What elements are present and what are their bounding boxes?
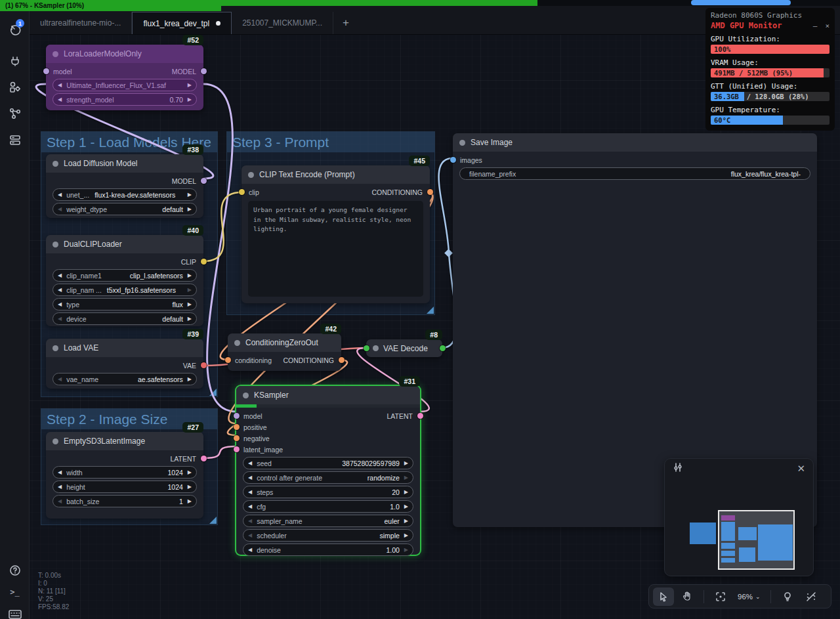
node-header[interactable]: KSampler: [236, 386, 420, 404]
collapse-dot[interactable]: [52, 438, 58, 444]
node-load-vae[interactable]: Load VAEVAE◀vae_nameae.safetensors▶: [46, 339, 203, 389]
widget-seed[interactable]: ◀seed387528029597989▶: [243, 457, 413, 469]
output-slot-MODEL[interactable]: [201, 178, 207, 184]
node-header[interactable]: DualCLIPLoader: [46, 235, 203, 253]
node-ksampler[interactable]: KSamplermodelLATENTpositivenegativelaten…: [236, 386, 420, 555]
new-workflow-tab-button[interactable]: +: [333, 12, 358, 34]
widget-decrement-arrow[interactable]: ◀: [58, 484, 62, 490]
output-slot-CONDITIONING[interactable]: [427, 189, 433, 195]
widget-increment-arrow[interactable]: ▶: [404, 503, 408, 509]
widget-decrement-arrow[interactable]: ◀: [58, 469, 62, 475]
collapse-dot[interactable]: [459, 140, 465, 146]
widget-increment-arrow[interactable]: ▶: [404, 460, 408, 466]
widget-increment-arrow[interactable]: ▶: [188, 82, 192, 88]
input-slot-conditioning[interactable]: [225, 357, 231, 363]
output-slot-LATENT[interactable]: [201, 456, 207, 461]
widget-increment-arrow[interactable]: ▶: [188, 272, 192, 278]
output-slot-VAE[interactable]: [201, 362, 207, 368]
widget-increment-arrow[interactable]: ▶: [188, 301, 192, 307]
widget-increment-arrow[interactable]: ▶: [404, 547, 408, 553]
widget-decrement-arrow[interactable]: ◀: [58, 376, 62, 382]
widget-increment-arrow[interactable]: ▶: [188, 469, 192, 475]
input-slot-images[interactable]: [450, 157, 456, 163]
model-library-icon[interactable]: [0, 81, 30, 94]
node-dualcliploader[interactable]: DualCLIPLoaderCLIP◀clip_name1clip_l.safe…: [46, 235, 203, 326]
widget-increment-arrow[interactable]: ▶: [188, 376, 192, 382]
output-slot-LATENT[interactable]: [417, 413, 423, 419]
group-title[interactable]: Step 1 - Load Models Here: [41, 132, 217, 152]
node-header[interactable]: EmptySD3LatentImage: [46, 432, 203, 450]
widget-clip-name1[interactable]: ◀clip_name1clip_l.safetensors▶: [52, 269, 197, 282]
select-tool-button[interactable]: [653, 587, 674, 606]
widget-decrement-arrow[interactable]: ◀: [248, 547, 252, 553]
widget-increment-arrow[interactable]: ▶: [188, 287, 192, 293]
node-load-diffusion-model[interactable]: Load Diffusion ModelMODEL◀unet_...flux1-…: [46, 154, 203, 218]
group-resize-handle[interactable]: [209, 389, 217, 396]
collapse-dot[interactable]: [243, 393, 249, 398]
collapse-dot[interactable]: [52, 242, 58, 247]
minimap-close-icon[interactable]: ✕: [797, 463, 805, 475]
widget-filename-prefix[interactable]: filename_prefixflux_krea/flux_krea-tpl-: [459, 167, 810, 180]
widget-type[interactable]: ◀typeflux▶: [52, 298, 197, 310]
toggle-theme-button[interactable]: [777, 587, 798, 606]
widget-increment-arrow[interactable]: ▶: [404, 475, 408, 480]
node-header[interactable]: Load VAE: [46, 339, 203, 357]
widget-increment-arrow[interactable]: ▶: [188, 498, 192, 504]
keyboard-icon[interactable]: [0, 608, 30, 619]
terminal-icon[interactable]: >_: [0, 587, 30, 597]
collapse-dot[interactable]: [373, 345, 379, 351]
widget-increment-arrow[interactable]: ▶: [188, 316, 192, 322]
tab-workflow-1[interactable]: ultrarealfinetune-mio-...: [30, 12, 132, 34]
widget-decrement-arrow[interactable]: ◀: [248, 518, 252, 524]
widget-strength-model[interactable]: ◀strength_model0.70▶: [52, 93, 197, 106]
widget-decrement-arrow[interactable]: ◀: [58, 316, 62, 322]
widget-height[interactable]: ◀height1024▶: [52, 480, 197, 493]
widget-decrement-arrow[interactable]: ◀: [248, 489, 252, 495]
widget-scheduler[interactable]: ◀schedulersimple▶: [243, 529, 413, 542]
widget-decrement-arrow[interactable]: ◀: [248, 503, 252, 509]
widget-cfg[interactable]: ◀cfg1.0▶: [243, 500, 413, 513]
widget-decrement-arrow[interactable]: ◀: [248, 460, 252, 466]
widget-increment-arrow[interactable]: ▶: [188, 192, 192, 198]
input-slot-positive[interactable]: [234, 424, 240, 430]
widget-Ultimate-Influencer-Flux-V1-saf[interactable]: ◀Ultimate_Influencer_Flux_V1.saf▶: [52, 79, 197, 91]
node-header[interactable]: Load Diffusion Model: [46, 154, 203, 173]
workflows-icon[interactable]: [0, 107, 30, 120]
node-emptysd3latentimage[interactable]: EmptySD3LatentImageLATENT◀width1024▶◀hei…: [46, 432, 203, 519]
node-header[interactable]: ConditioningZeroOut: [228, 333, 341, 352]
node-library-icon[interactable]: [0, 54, 30, 68]
output-slot-CLIP[interactable]: [201, 259, 207, 265]
widget-decrement-arrow[interactable]: ◀: [58, 96, 62, 102]
tab-workflow-2-active[interactable]: flux1_krea_dev_tpl: [132, 12, 232, 34]
widget-batch-size[interactable]: ◀batch_size1▶: [52, 495, 197, 507]
collapse-dot[interactable]: [52, 51, 58, 57]
group-resize-handle[interactable]: [209, 517, 217, 524]
help-icon[interactable]: [0, 564, 30, 577]
collapse-dot[interactable]: [52, 161, 58, 167]
toggle-link-visibility-button[interactable]: [801, 587, 822, 606]
minimap-settings-icon[interactable]: [673, 462, 683, 475]
widget-vae-name[interactable]: ◀vae_nameae.safetensors▶: [52, 373, 197, 385]
node-header[interactable]: LoraLoaderModelOnly: [46, 45, 203, 63]
minimap-view[interactable]: [665, 479, 813, 576]
widget-increment-arrow[interactable]: ▶: [404, 532, 408, 538]
group-title[interactable]: Step 2 - Image Size: [41, 409, 217, 429]
widget-weight-dtype[interactable]: ◀weight_dtypedefault▶: [52, 203, 197, 215]
collapse-dot[interactable]: [52, 345, 58, 351]
widget-decrement-arrow[interactable]: ◀: [58, 287, 62, 293]
group-title[interactable]: Step 3 - Prompt: [227, 132, 434, 152]
output-slot-CONDITIONING[interactable]: [339, 357, 345, 363]
zoom-select[interactable]: 96% ⌄: [734, 593, 765, 601]
node-vae-decode[interactable]: VAE Decode: [366, 339, 442, 357]
pan-tool-button[interactable]: [677, 587, 698, 606]
node-loraloadermodelonly[interactable]: LoraLoaderModelOnlymodelMODEL◀Ultimate_I…: [46, 45, 203, 110]
widget-decrement-arrow[interactable]: ◀: [248, 475, 252, 480]
widget-device[interactable]: ◀devicedefault▶: [52, 312, 197, 325]
collapse-dot[interactable]: [248, 172, 254, 178]
tab-workflow-3[interactable]: 251007_MICKMUMP...: [232, 12, 333, 34]
widget-decrement-arrow[interactable]: ◀: [248, 532, 252, 538]
widget-decrement-arrow[interactable]: ◀: [58, 272, 62, 278]
node-header[interactable]: Save Image: [453, 133, 817, 152]
widget-unet-[interactable]: ◀unet_...flux1-krea-dev.safetensors▶: [52, 188, 197, 201]
widget-decrement-arrow[interactable]: ◀: [58, 498, 62, 504]
